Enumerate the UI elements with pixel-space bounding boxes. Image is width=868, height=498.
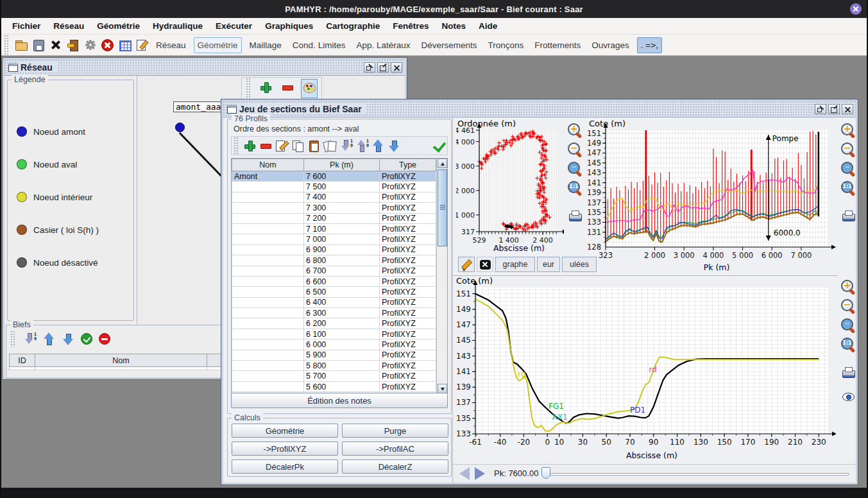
profils-col[interactable]: Pk (m) [304,159,380,171]
previous-section-icon[interactable] [459,467,470,480]
window-close-button[interactable] [850,3,862,15]
minimize-icon[interactable] [815,104,826,114]
remove-node-button[interactable] [279,79,296,98]
biefs-col-Nom[interactable]: Nom [35,354,207,367]
menu-graphiques[interactable]: Graphiques [259,19,319,33]
pk-slider-track[interactable] [543,473,849,476]
profil-row[interactable]: 7 400ProfilXYZ [232,192,436,202]
save-icon[interactable] [32,39,45,51]
visibility-eye-icon[interactable] [842,390,855,402]
menu-reseau[interactable]: Réseau [47,19,90,33]
settings-gear-icon[interactable] [84,39,97,51]
menu-geometrie[interactable]: Géométrie [91,19,146,33]
profil-row[interactable]: 6 300ProfilXYZ [232,308,436,318]
zoom-fit-icon[interactable]: ∙∙ [840,161,856,176]
stop-icon[interactable] [101,39,114,51]
profils-table-scrollbar[interactable] [436,159,447,393]
duplicate-icon[interactable] [323,139,336,152]
close-icon[interactable] [391,62,402,73]
table-grid-icon[interactable] [118,39,131,51]
edit-pencil-button[interactable] [458,257,475,272]
menu-executer[interactable]: Exécuter [210,19,258,33]
print-icon[interactable] [842,365,855,378]
copy-icon[interactable] [291,139,304,152]
profil-row[interactable]: 6 500ProfilXYZ [232,287,436,297]
toolbar-button-troncons[interactable]: Tronçons [485,38,527,53]
tab-ulees[interactable]: ulées [562,257,597,272]
menu-aide[interactable]: Aide [473,19,503,33]
profil-row[interactable]: 7 300ProfilXYZ [232,203,436,213]
zoom-1-1-icon[interactable]: 1:1 [840,180,856,196]
profil-row[interactable]: 5 800ProfilXYZ [232,361,436,371]
zoom-1-1-icon[interactable]: 1:1 [567,180,583,196]
profil-row[interactable]: 7 100ProfilXYZ [232,223,436,234]
menu-cartographie[interactable]: Cartographie [320,19,386,33]
cross-section-plot[interactable]: rgFG1AX1PD1rd-61-40-20010305070901101301… [453,275,838,463]
sort-asc-icon[interactable]: 19 [355,139,368,152]
clear-button[interactable] [477,257,493,272]
open-folder-icon[interactable] [15,39,28,51]
menu-hydraulique[interactable]: Hydraulique [147,19,208,33]
zoom-1-1-icon[interactable]: 1:1 [840,337,856,352]
profil-row[interactable]: 5 600ProfilXYZ [232,381,436,391]
scrollbar-thumb[interactable] [438,169,447,246]
add-node-button[interactable] [257,79,274,98]
profil-row[interactable]: 6 800ProfilXYZ [232,255,436,266]
disable-minus-icon[interactable] [99,333,110,345]
menu-fenetres[interactable]: Fenêtres [387,19,434,33]
calc-button-profilxyz[interactable]: ->ProfilXYZ [232,442,338,456]
profil-row[interactable]: 7 000ProfilXYZ [232,234,436,245]
print-icon[interactable] [842,209,855,221]
toolbar-button-reseau[interactable]: Réseau [153,38,189,53]
profil-row[interactable]: 6 700ProfilXYZ [232,266,436,276]
profil-row[interactable]: 5 900ProfilXYZ [232,350,436,360]
profil-row[interactable]: Amont7 600ProfilXYZ [232,171,436,182]
profil-row[interactable]: 5 700ProfilXYZ [232,371,436,381]
import-door-icon[interactable] [67,39,80,51]
reach-edge[interactable] [179,132,223,178]
move-up-icon[interactable] [371,139,384,152]
minimize-icon[interactable] [364,62,375,73]
zoom-in-icon[interactable]: + [840,123,856,138]
calc-button-dcalerpk[interactable]: DécalerPk [232,459,338,474]
calc-button-gomtrie[interactable]: Géométrie [232,424,338,438]
enable-check-icon[interactable] [81,333,92,345]
menu-fichier[interactable]: Fichier [6,19,46,33]
maximize-icon[interactable] [377,62,389,73]
print-icon[interactable] [568,209,581,221]
scroll-up-icon[interactable] [438,159,447,168]
toolbar-button-geometrie[interactable]: Géométrie [194,37,242,53]
zoom-out-icon[interactable]: − [567,142,583,157]
zoom-in-icon[interactable]: + [567,123,583,138]
add-icon[interactable] [243,139,256,152]
menu-notes[interactable]: Notes [436,19,472,33]
close-icon[interactable] [842,104,853,114]
zoom-fit-icon[interactable]: ∙∙ [840,318,856,333]
profil-row[interactable]: 6 000ProfilXYZ [232,339,436,350]
paste-icon[interactable] [307,139,320,152]
toolbar-button-ouvrages[interactable]: Ouvrages [588,38,633,53]
upstream-node[interactable] [175,123,185,132]
next-section-icon[interactable] [475,467,485,480]
close-x-icon[interactable] [49,39,62,51]
toolbar-grip[interactable] [246,78,251,99]
profil-row[interactable]: 6 100ProfilXYZ [232,329,436,339]
profils-col[interactable]: Nom [232,159,304,171]
move-down-icon[interactable] [62,332,74,345]
calc-button-profilac[interactable]: ->ProfilAC [342,442,448,456]
zoom-fit-icon[interactable]: ∙∙ [567,161,583,176]
edit-notes-button[interactable]: Édition des notes [231,393,448,408]
toolbar-button-condlimites[interactable]: Cond. Limites [289,38,349,53]
longitudinal-plot[interactable]: Pompe6000.03232 0003 0004 0005 0006 0007… [588,119,838,273]
zoom-out-icon[interactable]: − [840,142,856,157]
profils-table[interactable]: NomPk (m)Type Amont7 600ProfilXYZ7 500Pr… [232,159,436,394]
profil-row[interactable]: 6 600ProfilXYZ [232,276,436,286]
notes-icon[interactable] [135,39,148,51]
toolbar-grip[interactable] [234,137,239,155]
remove-icon[interactable] [259,139,272,152]
zoom-out-icon[interactable]: − [840,298,856,314]
move-up-icon[interactable] [42,332,55,345]
palette-button[interactable] [301,79,318,98]
toolbar-button-maillage[interactable]: Maillage [246,38,285,53]
tab-eur[interactable]: eur [537,257,560,272]
